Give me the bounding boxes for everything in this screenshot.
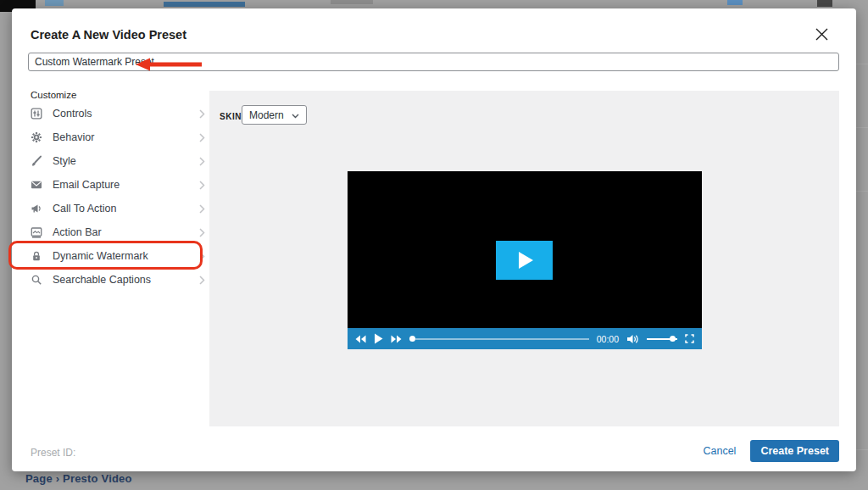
sidebar-item-label: Style	[53, 155, 76, 167]
time-display: 00:00	[597, 334, 619, 344]
background-element	[45, 0, 64, 6]
action-bar-icon	[31, 226, 44, 239]
video-area[interactable]	[348, 171, 702, 328]
volume-slider[interactable]	[647, 336, 677, 342]
envelope-icon	[31, 179, 44, 192]
sidebar-item-call-to-action[interactable]: Call To Action	[31, 197, 205, 220]
chevron-right-icon	[199, 228, 205, 237]
volume-handle[interactable]	[670, 336, 676, 342]
sidebar-item-action-bar[interactable]: Action Bar	[31, 220, 205, 244]
sidebar-item-label: Action Bar	[53, 226, 102, 238]
sidebar-item-label: Searchable Captions	[53, 274, 151, 286]
player-control-bar: 00:00	[348, 328, 702, 349]
controls-icon	[31, 108, 44, 120]
preset-id-label: Preset ID:	[31, 447, 75, 459]
sidebar-item-label: Email Capture	[53, 179, 120, 191]
chevron-right-icon	[199, 181, 205, 190]
big-play-button[interactable]	[496, 241, 553, 280]
sidebar-item-label: Controls	[53, 108, 92, 120]
gear-icon	[31, 131, 44, 144]
skin-select-value: Modern	[249, 109, 284, 121]
sidebar-item-dynamic-watermark[interactable]: Dynamic Watermark	[31, 244, 205, 268]
sidebar-item-controls[interactable]: Controls	[31, 102, 205, 125]
fullscreen-button[interactable]	[685, 334, 694, 343]
play-icon	[519, 252, 533, 269]
preset-name-input[interactable]	[28, 53, 839, 71]
chevron-right-icon	[199, 109, 205, 119]
lock-icon	[31, 250, 44, 263]
sidebar-item-style[interactable]: Style	[31, 149, 205, 173]
close-button[interactable]	[810, 25, 832, 47]
fast-forward-icon	[391, 335, 402, 343]
create-preset-button[interactable]: Create Preset	[750, 440, 839, 462]
fullscreen-icon	[685, 334, 694, 343]
rewind-icon	[355, 335, 366, 343]
background-element	[817, 0, 832, 7]
background-table-line	[856, 127, 868, 128]
background-table-line	[856, 449, 868, 450]
preview-panel: SKIN Modern	[209, 91, 839, 426]
play-icon	[374, 333, 383, 344]
page-title: Create A New Video Preset	[31, 28, 186, 42]
close-icon	[815, 27, 829, 44]
footer-actions: Cancel Create Preset	[703, 440, 839, 462]
rewind-button[interactable]	[355, 335, 366, 343]
megaphone-icon	[31, 203, 44, 215]
chevron-right-icon	[199, 252, 205, 261]
sidebar-heading: Customize	[31, 90, 76, 100]
skin-label: SKIN	[220, 112, 242, 121]
background-table-line	[856, 191, 868, 192]
chevron-down-icon	[292, 109, 299, 121]
progress-track	[415, 338, 589, 340]
video-player-preview: 00:00	[348, 171, 702, 349]
background-element	[331, 0, 373, 4]
sidebar-item-searchable-captions[interactable]: Searchable Captions	[31, 268, 205, 292]
volume-icon	[626, 334, 639, 344]
sidebar-item-label: Behavior	[53, 131, 94, 143]
fast-forward-button[interactable]	[391, 335, 402, 343]
brush-icon	[31, 155, 44, 168]
create-preset-modal: Create A New Video Preset Customize Cont…	[12, 8, 856, 471]
progress-scrubber[interactable]	[409, 336, 415, 342]
chevron-right-icon	[199, 204, 205, 214]
sidebar-item-email-capture[interactable]: Email Capture	[31, 173, 205, 197]
sidebar-item-behavior[interactable]: Behavior	[31, 125, 205, 149]
background-button-edge	[164, 2, 245, 7]
search-icon	[31, 274, 44, 287]
breadcrumb: Page › Presto Video	[25, 472, 132, 485]
sidebar-item-label: Dynamic Watermark	[53, 250, 148, 262]
background-element	[727, 0, 743, 5]
chevron-right-icon	[199, 157, 205, 166]
chevron-right-icon	[199, 276, 205, 285]
customize-sidebar: Controls Behavior	[31, 102, 205, 292]
progress-bar[interactable]	[409, 336, 589, 342]
cancel-button[interactable]: Cancel	[703, 445, 736, 457]
mute-button[interactable]	[626, 334, 639, 344]
chevron-right-icon	[199, 133, 205, 142]
sidebar-item-label: Call To Action	[53, 203, 117, 214]
skin-select[interactable]: Modern	[242, 105, 307, 125]
play-button[interactable]	[374, 333, 383, 344]
background-table-line	[856, 64, 868, 64]
